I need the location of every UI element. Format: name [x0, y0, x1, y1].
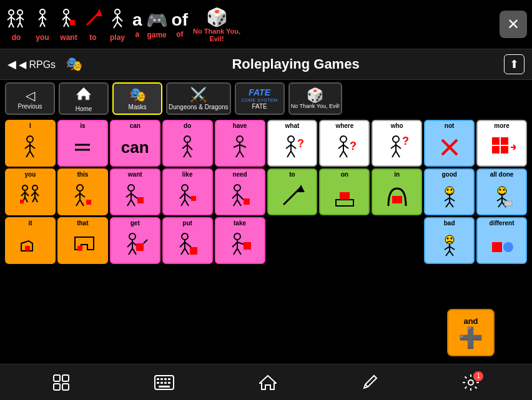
symbol-get[interactable]: get — [110, 217, 160, 264]
symbol-different[interactable]: different — [476, 217, 527, 264]
svg-line-29 — [112, 16, 117, 21]
svg-text:?: ? — [402, 135, 409, 147]
top-bar: do you — [0, 0, 532, 49]
svg-point-48 — [237, 136, 243, 142]
empty-cell-2 — [319, 217, 370, 264]
svg-marker-195 — [260, 376, 276, 389]
symbol-where[interactable]: where ? — [319, 120, 370, 167]
settings-badge: 1 — [473, 371, 483, 381]
symbol-what[interactable]: what ? — [267, 120, 318, 167]
svg-rect-146 — [505, 201, 512, 206]
symbol-put[interactable]: put — [162, 217, 213, 264]
symbol-is[interactable]: is — [57, 120, 108, 167]
settings-button[interactable]: 1 — [462, 374, 480, 391]
and-button[interactable]: and ➕ — [447, 309, 495, 356]
back-button[interactable]: ◀ ◀ RPGs — [7, 57, 56, 71]
svg-rect-128 — [340, 192, 350, 200]
svg-line-153 — [129, 248, 132, 255]
word-do: do — [5, 7, 27, 42]
svg-line-102 — [80, 200, 84, 206]
cat-masks[interactable]: 🎭 Masks — [112, 82, 162, 115]
svg-line-115 — [181, 200, 185, 206]
svg-line-64 — [343, 145, 348, 149]
svg-line-31 — [114, 22, 117, 28]
svg-line-47 — [187, 151, 191, 157]
cat-dnd[interactable]: ⚔️ Dungeons & Dragons — [166, 82, 231, 115]
symbol-to[interactable]: to — [267, 168, 318, 215]
symbol-need[interactable]: need — [215, 168, 265, 215]
svg-line-66 — [343, 151, 347, 157]
svg-rect-194 — [159, 386, 170, 388]
symbol-bad[interactable]: bad — [424, 217, 475, 264]
word-a: a a — [132, 10, 142, 39]
close-button[interactable]: ✕ — [500, 11, 527, 38]
svg-line-71 — [396, 145, 401, 149]
svg-rect-179 — [492, 242, 502, 252]
symbol-it[interactable]: it — [5, 217, 56, 264]
svg-rect-191 — [160, 382, 163, 384]
symbol-can[interactable]: can can — [110, 120, 160, 167]
symbol-like[interactable]: like — [162, 168, 213, 215]
svg-marker-26 — [96, 9, 102, 16]
svg-rect-148 — [77, 246, 82, 251]
symbol-on[interactable]: on — [319, 168, 370, 215]
top-sentence: do you — [5, 7, 495, 42]
svg-rect-117 — [191, 196, 196, 201]
svg-point-197 — [468, 380, 473, 385]
svg-rect-24 — [70, 20, 75, 25]
cat-nothankyou[interactable]: 🎲 No Thank You, Evil! — [288, 82, 342, 115]
svg-rect-77 — [492, 137, 500, 145]
symbol-who[interactable]: who ? — [372, 120, 422, 167]
svg-line-122 — [234, 200, 237, 206]
symbol-not[interactable]: not — [424, 120, 475, 167]
grid-view-button[interactable] — [52, 374, 70, 391]
svg-point-118 — [234, 185, 240, 191]
cat-home[interactable]: Home — [59, 82, 109, 115]
svg-line-63 — [338, 145, 343, 149]
svg-line-73 — [396, 151, 400, 157]
svg-line-134 — [445, 198, 450, 201]
symbol-all-done[interactable]: all done — [476, 168, 527, 215]
svg-line-125 — [283, 187, 301, 205]
symbol-in[interactable]: in — [372, 168, 422, 215]
svg-point-104 — [128, 185, 134, 191]
svg-rect-96 — [20, 200, 24, 203]
symbol-want[interactable]: want — [110, 168, 160, 215]
svg-rect-110 — [137, 197, 144, 203]
symbol-this[interactable]: this — [57, 168, 108, 215]
svg-line-39 — [30, 151, 34, 157]
svg-line-178 — [450, 251, 453, 256]
cat-fate[interactable]: FATE CORE SYSTEM FATE — [235, 82, 285, 115]
svg-rect-170 — [244, 242, 251, 250]
svg-line-123 — [237, 200, 241, 206]
home-button[interactable] — [259, 374, 277, 391]
svg-rect-192 — [164, 382, 167, 384]
symbol-take[interactable]: take — [215, 217, 265, 264]
svg-line-22 — [64, 22, 66, 27]
cat-previous[interactable]: ◁ Previous — [5, 82, 55, 115]
svg-line-95 — [35, 197, 37, 202]
svg-line-59 — [291, 151, 295, 157]
symbol-you[interactable]: you — [5, 168, 56, 215]
symbol-do[interactable]: do — [162, 120, 213, 167]
svg-line-5 — [11, 22, 14, 27]
svg-line-177 — [446, 251, 450, 256]
svg-line-176 — [450, 246, 455, 250]
symbol-I[interactable]: I — [5, 120, 56, 167]
keyboard-button[interactable] — [154, 375, 174, 390]
svg-point-164 — [234, 233, 240, 240]
svg-line-17 — [42, 22, 45, 27]
svg-rect-78 — [501, 137, 508, 145]
symbol-more[interactable]: more — [476, 120, 527, 167]
svg-line-160 — [185, 242, 191, 247]
share-button[interactable]: ⬆ — [504, 54, 525, 74]
pencil-button[interactable] — [362, 374, 378, 391]
symbol-that[interactable]: that — [57, 217, 108, 264]
svg-line-143 — [502, 198, 507, 201]
svg-rect-182 — [62, 375, 69, 381]
svg-line-16 — [40, 22, 42, 27]
symbol-grid: I is can can do — [0, 117, 532, 266]
symbol-good[interactable]: good — [424, 168, 475, 215]
svg-line-4 — [9, 22, 11, 27]
symbol-have[interactable]: have — [215, 120, 265, 167]
